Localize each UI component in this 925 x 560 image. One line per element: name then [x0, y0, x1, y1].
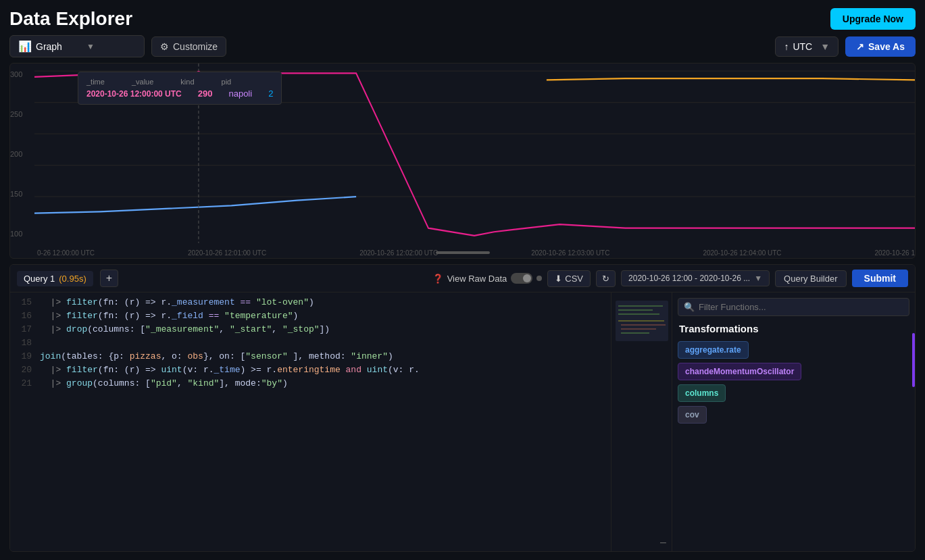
- tooltip-values: 2020-10-26 12:00:00 UTC 290 napoli 2: [86, 88, 273, 99]
- date-range-label: 2020-10-26 12:00 - 2020-10-26 ...: [628, 274, 750, 283]
- query-tab[interactable]: Query 1 (0.95s): [17, 271, 93, 286]
- toolbar-left: 📊 Graph ▼ ⚙ Customize: [9, 35, 768, 57]
- toolbar-right: ↑ UTC ▼ ↗ Save As: [775, 36, 916, 57]
- toolbar: 📊 Graph ▼ ⚙ Customize ↑ UTC ▼ ↗ Save As: [9, 35, 916, 57]
- tooltip-kind-col: kind: [180, 78, 194, 86]
- filter-input-field[interactable]: [699, 302, 903, 312]
- utc-arrow-icon: ↑: [784, 41, 789, 52]
- code-line-18: 18: [10, 337, 611, 351]
- app-container: Data Explorer Upgrade Now 📊 Graph ▼ ⚙ Cu…: [0, 0, 925, 560]
- submit-button[interactable]: Submit: [852, 270, 908, 287]
- fn-tag-aggregate-rate[interactable]: aggregate.rate: [678, 341, 749, 359]
- csv-label: CSV: [565, 274, 583, 284]
- customize-button[interactable]: ⚙ Customize: [151, 36, 226, 57]
- tooltip-header: _time _value kind pid: [86, 78, 273, 86]
- query-bar-right: ❓ View Raw Data ⬇ CSV ↻ 2020-10-26 12:00…: [432, 270, 908, 287]
- y-axis: 300 250 200 150 100: [10, 63, 25, 238]
- tooltip-time-col: _time: [86, 78, 105, 86]
- query-name: Query 1: [24, 274, 55, 284]
- y-label-250: 250: [10, 110, 25, 118]
- y-label-100: 100: [10, 230, 25, 238]
- view-raw-label: View Raw Data: [447, 274, 507, 284]
- code-line-16: 16 |> filter(fn: (r) => r._field == "tem…: [10, 310, 611, 324]
- y-label-150: 150: [10, 190, 25, 198]
- code-thumbnail: [616, 301, 668, 341]
- code-line-15: 15 |> filter(fn: (r) => r._measurement =…: [10, 297, 611, 310]
- customize-label: Customize: [173, 41, 218, 52]
- help-icon: ❓: [432, 274, 443, 284]
- chart-area: 300 250 200 150 100: [9, 63, 916, 259]
- upgrade-button[interactable]: Upgrade Now: [830, 8, 916, 30]
- collapse-button[interactable]: –: [660, 536, 666, 549]
- scroll-bar: [912, 333, 915, 387]
- utc-dropdown[interactable]: ↑ UTC ▼: [775, 36, 839, 57]
- function-tags: aggregate.rate chandeMomentumOscillator …: [678, 341, 909, 424]
- graph-label: Graph: [36, 41, 62, 52]
- tooltip-time-val: 2020-10-26 12:00:00 UTC: [86, 89, 182, 99]
- tooltip-pid-val: 2: [268, 88, 273, 99]
- chart-tooltip: _time _value kind pid 2020-10-26 12:00:0…: [78, 72, 282, 105]
- add-query-button[interactable]: +: [100, 270, 118, 287]
- refresh-button[interactable]: ↻: [596, 270, 616, 287]
- download-icon: ⬇: [555, 274, 562, 284]
- chart-scrollbar[interactable]: [436, 251, 490, 254]
- app-header: Data Explorer Upgrade Now: [9, 8, 916, 30]
- y-label-200: 200: [10, 150, 25, 158]
- fn-tag-cov[interactable]: cov: [678, 406, 707, 424]
- transformations-label: Transformations: [678, 320, 909, 337]
- query-builder-button[interactable]: Query Builder: [775, 270, 846, 287]
- chevron-down-icon: ▼: [86, 42, 95, 51]
- code-line-17: 17 |> drop(columns: ["_measurement", "_s…: [10, 324, 611, 337]
- gear-icon: ⚙: [160, 41, 169, 52]
- thumbnail-svg: [616, 301, 668, 341]
- editor-area: 15 |> filter(fn: (r) => r._measurement =…: [10, 292, 915, 551]
- app-title: Data Explorer: [9, 8, 132, 30]
- fn-tag-chandemomentumoscillator[interactable]: chandeMomentumOscillator: [678, 363, 801, 380]
- query-bar: Query 1 (0.95s) + ❓ View Raw Data ⬇ CSV …: [10, 265, 915, 292]
- save-as-icon: ↗: [856, 41, 864, 52]
- bottom-panel: Query 1 (0.95s) + ❓ View Raw Data ⬇ CSV …: [9, 264, 916, 552]
- utc-label: UTC: [793, 41, 812, 52]
- date-range-button[interactable]: 2020-10-26 12:00 - 2020-10-26 ... ▼: [621, 270, 770, 286]
- graph-dropdown[interactable]: 📊 Graph ▼: [9, 35, 145, 57]
- save-as-label: Save As: [868, 41, 905, 52]
- query-time: (0.95s): [59, 274, 86, 284]
- thumbnail-panel: –: [611, 292, 672, 551]
- date-range-chevron: ▼: [754, 274, 762, 283]
- tooltip-pid-col: pid: [222, 78, 232, 86]
- code-line-21: 21 |> group(columns: ["pid", "kind"], mo…: [10, 378, 611, 391]
- csv-button[interactable]: ⬇ CSV: [547, 270, 591, 287]
- fn-tag-columns[interactable]: columns: [678, 384, 726, 402]
- search-icon: 🔍: [684, 302, 695, 312]
- view-raw-toggle[interactable]: ❓ View Raw Data: [432, 273, 543, 284]
- y-label-300: 300: [10, 70, 25, 78]
- save-as-button[interactable]: ↗ Save As: [845, 36, 916, 57]
- toggle-dot-icon: [536, 276, 542, 281]
- graph-chart-icon: 📊: [18, 40, 32, 53]
- code-line-20: 20 |> filter(fn: (r) => uint(v: r._time)…: [10, 364, 611, 378]
- functions-sidebar: 🔍 Transformations aggregate.rate chandeM…: [672, 292, 915, 551]
- tooltip-value-col: _value: [132, 78, 153, 86]
- raw-toggle-switch[interactable]: [511, 273, 532, 284]
- code-line-19: 19 join(tables: {p: pizzas, o: obs}, on:…: [10, 351, 611, 364]
- sidebar-inner: 🔍 Transformations aggregate.rate chandeM…: [672, 292, 915, 551]
- tooltip-value-val: 290: [198, 88, 213, 99]
- tooltip-kind-val: napoli: [228, 88, 252, 99]
- filter-functions-input[interactable]: 🔍: [678, 298, 909, 316]
- code-editor[interactable]: 15 |> filter(fn: (r) => r._measurement =…: [10, 292, 611, 551]
- utc-chevron-icon: ▼: [820, 41, 830, 52]
